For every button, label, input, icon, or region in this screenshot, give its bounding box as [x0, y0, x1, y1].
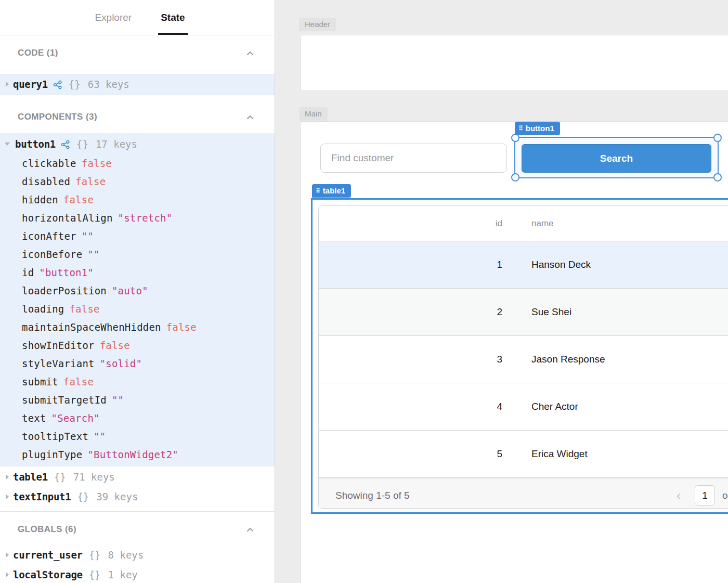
property-value: false — [63, 376, 94, 387]
cell-name: Jason Response — [531, 354, 605, 365]
property-name: hidden — [22, 194, 58, 205]
property-value: "stretch" — [118, 212, 173, 224]
cell-name: Cher Actor — [531, 401, 578, 412]
property-value: "" — [87, 249, 99, 260]
section-globals-title: GLOBALS (6) — [18, 524, 76, 535]
cell-id: 2 — [319, 306, 502, 318]
state-property-row: submitTargetId "" — [22, 391, 275, 409]
table1-tag-label: table1 — [323, 186, 345, 195]
state-property-row: horizontalAlign "stretch" — [22, 209, 275, 227]
search-input[interactable] — [320, 144, 507, 173]
expander-icon[interactable] — [5, 142, 10, 146]
expander-icon[interactable] — [6, 474, 9, 480]
table-row[interactable]: 4 Cher Actor — [319, 383, 728, 431]
query-flow-icon — [53, 80, 62, 89]
collapse-icon[interactable] — [246, 527, 254, 532]
node-name: localStorage — [13, 569, 83, 580]
keys-count: 17 keys — [96, 138, 137, 150]
table-row[interactable]: 3 Jason Response — [319, 336, 728, 383]
tab-explorer[interactable]: Explorer — [93, 0, 133, 35]
property-name: styleVariant — [22, 358, 95, 369]
state-property-row: pluginType "ButtonWidget2" — [22, 445, 275, 463]
property-value: "" — [112, 394, 124, 406]
tree-row-query1[interactable]: query1 {} 63 keys — [0, 74, 275, 95]
node-name: query1 — [13, 79, 48, 90]
state-property-row: clickable false — [22, 154, 275, 172]
column-header-id[interactable]: id — [319, 218, 502, 229]
state-property-row: submit false — [22, 372, 275, 391]
object-braces-icon: {} — [89, 549, 101, 561]
table1-widget-tag[interactable]: ⠿ table1 — [312, 184, 351, 198]
table-header-row: id name — [319, 206, 728, 241]
divider — [0, 511, 275, 512]
resize-handle-top-right[interactable] — [713, 134, 722, 142]
state-panel: Explorer State CODE (1) query1 {} 63 key… — [0, 0, 275, 583]
resize-handle-bottom-left[interactable] — [511, 173, 519, 182]
table-row[interactable]: 5 Erica Widget — [319, 431, 728, 478]
main-frame-tag[interactable]: Main — [299, 107, 328, 121]
drag-handle-icon[interactable]: ⠿ — [316, 187, 320, 195]
expander-icon[interactable] — [6, 552, 9, 558]
property-name: showInEditor — [22, 340, 95, 351]
tree-row-textInput1[interactable]: textInput1 {} 39 keys — [0, 487, 275, 507]
expander-icon[interactable] — [6, 494, 9, 499]
pagination-prev-icon[interactable]: ‹ — [677, 478, 681, 509]
cell-name: Hanson Deck — [531, 259, 591, 270]
expander-icon[interactable] — [6, 572, 9, 577]
keys-count: 63 keys — [88, 79, 129, 90]
property-value: false — [63, 194, 94, 205]
state-property-row: text "Search" — [22, 409, 275, 427]
search-button[interactable]: Search — [522, 144, 711, 173]
tab-state[interactable]: State — [159, 0, 186, 35]
property-name: disabled — [22, 176, 70, 187]
keys-count: 71 keys — [73, 471, 115, 483]
expander-icon[interactable] — [6, 82, 9, 87]
button1-properties-list: clickable false disabled false hidden fa… — [0, 154, 275, 463]
node-name: table1 — [13, 471, 48, 483]
tree-row-button1[interactable]: button1 {} 17 keys — [0, 134, 275, 154]
drag-handle-icon[interactable]: ⠿ — [518, 125, 523, 132]
table-row[interactable]: 1 Hanson Deck — [319, 241, 728, 289]
property-value: false — [75, 176, 106, 187]
state-property-row: disabled false — [22, 172, 275, 190]
state-property-row: maintainSpaceWhenHidden false — [22, 318, 275, 336]
cell-name: Erica Widget — [531, 448, 588, 460]
table-footer: Showing 1-5 of 5 ‹ 1 o — [319, 478, 728, 509]
tree-row-current-user[interactable]: current_user {} 8 keys — [0, 545, 275, 565]
property-value: false — [166, 321, 197, 333]
rows-summary: Showing 1-5 of 5 — [319, 490, 410, 501]
keys-count: 39 keys — [96, 491, 138, 502]
property-name: text — [22, 412, 46, 424]
tree-row-table1[interactable]: table1 {} 71 keys — [0, 467, 275, 487]
state-property-row: hidden false — [22, 190, 275, 209]
pagination-page-input[interactable]: 1 — [695, 485, 715, 506]
tree-row-localStorage[interactable]: localStorage {} 1 key — [0, 565, 275, 583]
table-row[interactable]: 2 Sue Shei — [319, 289, 728, 336]
property-value: "button1" — [39, 267, 94, 278]
object-braces-icon: {} — [77, 491, 89, 502]
property-value: false — [69, 303, 99, 315]
section-header-globals[interactable]: GLOBALS (6) — [0, 519, 275, 540]
property-name: pluginType — [22, 449, 82, 460]
table1-widget: id name 1 Hanson Deck 2 Sue Shei 3 Jason… — [318, 205, 728, 509]
app-canvas: Header Main ⠿ button1 Search ⠿ table1 id… — [276, 0, 728, 583]
cell-id: 3 — [319, 354, 502, 365]
collapse-icon[interactable] — [246, 51, 254, 56]
property-value: false — [82, 158, 112, 169]
resize-handle-bottom-right[interactable] — [713, 173, 722, 182]
section-header-code[interactable]: CODE (1) — [0, 43, 275, 63]
header-frame-tag[interactable]: Header — [299, 18, 336, 31]
column-header-name[interactable]: name — [531, 218, 554, 229]
button1-widget-tag[interactable]: ⠿ button1 — [515, 122, 560, 135]
property-name: horizontalAlign — [22, 212, 113, 224]
object-braces-icon: {} — [89, 569, 101, 580]
object-braces-icon: {} — [54, 471, 66, 483]
property-name: iconBefore — [22, 249, 82, 260]
query-flow-icon — [61, 140, 70, 149]
collapse-icon[interactable] — [246, 115, 254, 120]
panel-tabbar: Explorer State — [0, 0, 275, 35]
section-header-components[interactable]: COMPONENTS (3) — [0, 107, 275, 127]
object-braces-icon: {} — [69, 79, 81, 90]
cell-id: 5 — [319, 448, 502, 460]
property-name: id — [22, 267, 34, 278]
